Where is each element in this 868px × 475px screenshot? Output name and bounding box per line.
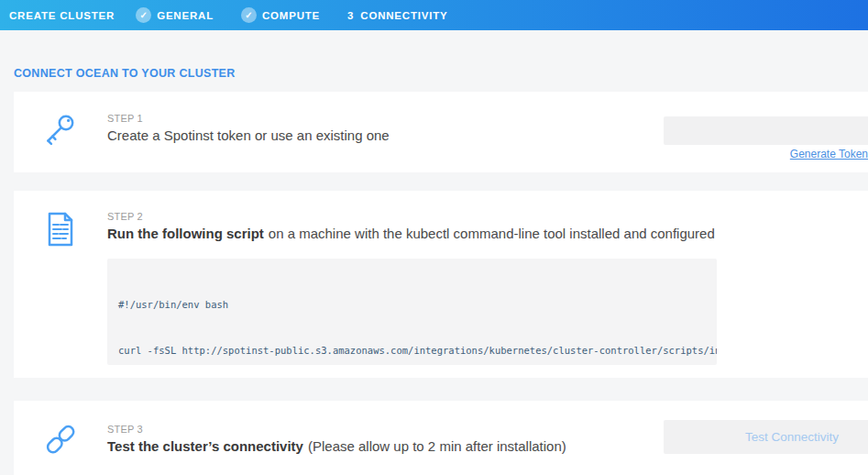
check-icon: ✓ bbox=[136, 7, 151, 23]
step3-label: STEP 3 bbox=[107, 424, 143, 435]
wizard-step-number: 3 bbox=[347, 10, 354, 21]
wizard-step-compute[interactable]: ✓ COMPUTE bbox=[241, 7, 320, 23]
code-line: curl -fsSL http://spotinst-public.s3.ama… bbox=[118, 343, 706, 359]
wizard-step-label: CONNECTIVITY bbox=[360, 10, 447, 21]
script-document-icon bbox=[42, 209, 79, 249]
check-icon: ✓ bbox=[241, 7, 257, 23]
code-line: #!/usr/bin/env bash bbox=[118, 297, 706, 313]
step2-label: STEP 2 bbox=[107, 211, 143, 222]
wizard-step-general[interactable]: ✓ GENERAL bbox=[136, 7, 214, 23]
wizard-steps: ✓ GENERAL ✓ COMPUTE 3 CONNECTIVITY bbox=[136, 7, 475, 23]
create-cluster-wizard: CREATE CLUSTER ✓ GENERAL ✓ COMPUTE 3 CON… bbox=[0, 0, 868, 475]
step3-card: STEP 3 Test the cluster’s connectivity(P… bbox=[14, 401, 868, 475]
wizard-step-label: GENERAL bbox=[157, 10, 214, 21]
key-icon bbox=[42, 110, 79, 150]
step1-card: STEP 1 Create a Spotinst token or use an… bbox=[14, 92, 868, 172]
generate-token-link[interactable]: Generate Token bbox=[790, 148, 868, 160]
step3-title-rest: (Please allow up to 2 min after installa… bbox=[308, 438, 566, 454]
step2-title: Run the following scripton a machine wit… bbox=[107, 226, 715, 241]
chain-link-icon bbox=[42, 419, 79, 459]
wizard-top-bar: CREATE CLUSTER ✓ GENERAL ✓ COMPUTE 3 CON… bbox=[0, 0, 868, 30]
step1-title: Create a Spotinst token or use an existi… bbox=[107, 127, 390, 143]
step2-title-rest: on a machine with the kubectl command-li… bbox=[269, 226, 715, 241]
step2-title-bold: Run the following script bbox=[107, 226, 264, 241]
test-connectivity-button[interactable]: Test Connectivity bbox=[664, 420, 868, 454]
token-input[interactable] bbox=[664, 116, 868, 145]
wizard-title: CREATE CLUSTER bbox=[9, 10, 115, 21]
step3-title-bold: Test the cluster’s connectivity bbox=[107, 438, 303, 454]
step3-title: Test the cluster’s connectivity(Please a… bbox=[107, 438, 566, 454]
wizard-step-connectivity[interactable]: 3 CONNECTIVITY bbox=[347, 10, 447, 21]
install-script-code-block: #!/usr/bin/env bash curl -fsSL http://sp… bbox=[107, 259, 717, 365]
step2-card: STEP 2 Run the following scripton a mach… bbox=[14, 191, 868, 378]
wizard-step-label: COMPUTE bbox=[262, 10, 320, 21]
page-title: CONNECT OCEAN TO YOUR CLUSTER bbox=[14, 67, 236, 80]
step1-label: STEP 1 bbox=[107, 113, 143, 124]
